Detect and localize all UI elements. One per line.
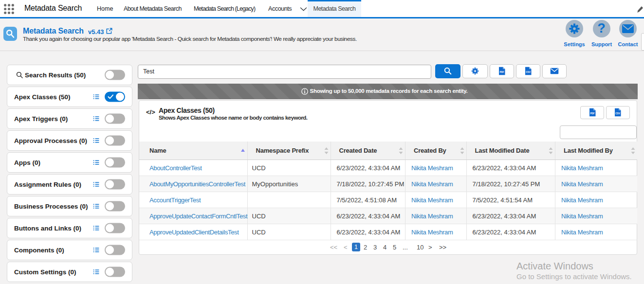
svg-text:PDF: PDF [499,71,504,73]
svg-text:PDF: PDF [590,112,594,115]
svg-text:CSV: CSV [526,71,531,73]
svg-text:CSV: CSV [615,112,620,115]
